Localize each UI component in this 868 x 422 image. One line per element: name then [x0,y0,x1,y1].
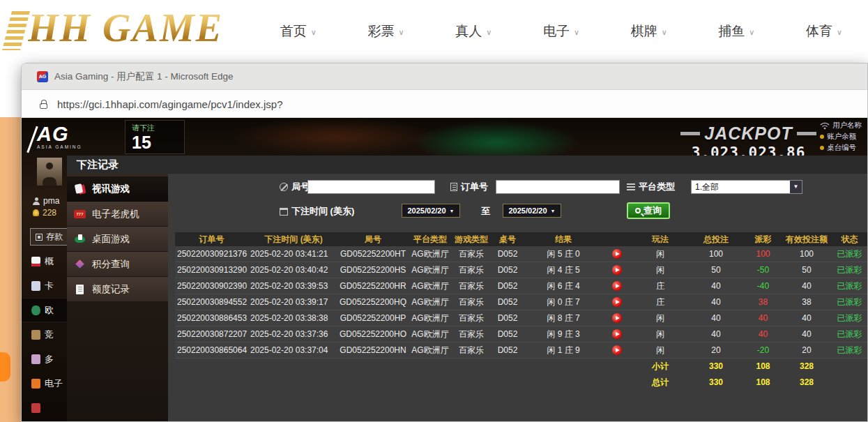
tab-视讯游戏[interactable]: 视讯游戏 [67,176,168,202]
tab-桌面游戏[interactable]: 桌面游戏 [67,227,168,252]
round-input[interactable] [307,180,435,194]
nav-item-label: 首页 [280,22,307,40]
round-id: GD052252200HN [339,342,407,358]
total-label: 总计 [632,375,688,391]
window-titlebar[interactable]: AG Asia Gaming - 用户配置 1 - Microsoft Edge [22,63,867,90]
url-text: https://gci.1hhapi.com/agingame/pcv1/ind… [57,98,283,110]
play-side: 闲 [632,326,688,342]
play-icon[interactable] [612,281,622,291]
play-icon[interactable] [612,265,622,275]
platform-label-text: 平台类型 [639,181,675,193]
date-to-dropdown[interactable]: 2025/02/20 ▼ [503,204,561,218]
lobby-menu-item[interactable]: 电子 [22,371,67,395]
result: 闲 4 庄 5 [526,262,601,278]
empty-cell [601,359,632,375]
valid-bet: 40 [782,326,831,342]
game-type: 百家乐 [453,278,489,294]
replay-cell [601,326,632,342]
order-id: 250220030872207 [175,326,248,342]
search-button[interactable]: 查询 [627,202,670,219]
nav-item-体育[interactable]: 体育∨ [806,22,842,40]
menu-item-icon [31,330,40,340]
order-id: 250220030865064 [175,342,248,358]
table-number: D052 [489,326,526,342]
play-icon[interactable] [612,345,622,355]
lobby-menu-item[interactable] [22,395,67,420]
lobby-menu-item[interactable]: 欧 [22,298,67,322]
order-label-text: 订单号 [461,181,488,193]
play-icon[interactable] [612,297,622,307]
video-cards-icon [74,183,86,195]
date-from-dropdown[interactable]: 2025/02/20 ▼ [402,204,460,218]
nav-item-真人[interactable]: 真人∨ [455,22,492,40]
play-icon[interactable] [612,329,622,339]
nav-item-电子[interactable]: 电子∨ [543,22,579,40]
filters: 局号 订单号 平台类型 1.全部 ▼ [168,174,867,232]
platform-type: AG欧洲厅 [407,310,453,326]
table-row: 2502200308945522025-02-20 03:39:17GD0522… [175,294,867,310]
avatar[interactable] [37,158,62,186]
panel-titlebar: 下注记录 [67,156,867,174]
result: 闲 6 庄 4 [526,278,601,294]
lobby-menu-item[interactable]: 多 [22,347,67,371]
empty-cell [453,375,489,391]
nav-item-首页[interactable]: 首页∨ [280,22,317,40]
total-bet-sum: 330 [688,359,744,375]
total-valid-sum: 328 [782,375,831,391]
menu-item-label: 欧 [45,304,54,317]
bet-records-panel: 下注记录 视讯游戏电子老虎机桌面游戏积分查询额度记录 局号 订单号 [67,156,867,421]
address-bar[interactable]: https://gci.1hhapi.com/agingame/pcv1/ind… [22,91,867,118]
result: 闲 0 庄 7 [526,294,601,310]
tab-积分查询[interactable]: 积分查询 [67,252,168,277]
replay-cell [601,294,632,310]
bet-time: 2025-02-20 03:39:53 [248,278,339,294]
sidebar-username: pma [33,196,59,206]
payout: -40 [744,278,782,294]
play-icon[interactable] [612,313,622,323]
empty-cell [175,359,248,375]
nav-item-label: 体育 [806,22,832,40]
countdown-value: 15 [132,133,178,151]
total-bet-sum: 330 [688,375,744,391]
round-id: GD052252200HO [339,326,407,342]
lobby-menu-item[interactable]: 概 [22,249,67,273]
lobby-menu-item[interactable]: 竞 [22,322,67,347]
replay-cell [601,310,632,326]
logo-decoration [2,11,30,50]
play-icon[interactable] [612,249,622,259]
empty-cell [489,375,526,391]
table-number-icon [820,146,824,150]
order-input[interactable] [496,180,620,194]
bet-countdown: 请下注 15 [125,120,185,154]
nav-item-捕鱼[interactable]: 捕鱼∨ [718,22,754,40]
payout: -50 [744,262,782,278]
platform-select[interactable]: 1.全部 ▼ [691,180,802,194]
total-bet: 20 [688,342,744,358]
chevron-down-icon: ∨ [574,28,579,37]
nav-item-label: 彩票 [368,22,395,40]
to-label: 至 [481,205,490,218]
tab-额度记录[interactable]: 额度记录 [67,277,168,302]
platform-type: AG欧洲厅 [407,294,453,310]
panel-title: 下注记录 [77,158,119,170]
coin-icon [33,209,39,216]
user-icon [33,197,40,205]
select-caret-icon: ▼ [790,181,802,193]
sidebar-balance: 228 [33,208,56,218]
play-side: 闲 [632,246,688,262]
balance-value: 228 [43,208,56,218]
table-number: D052 [489,342,526,358]
lobby-menu-item[interactable]: 卡 [22,273,67,298]
deposit-label: 存款 [46,231,63,243]
side-widget-tab[interactable] [0,352,10,382]
nav-item-棋牌[interactable]: 棋牌∨ [631,22,667,40]
date-to-value: 2025/02/20 [509,206,547,215]
username-label: 用户名称 [832,121,862,130]
tab-label: 积分查询 [92,258,130,271]
deposit-button[interactable]: 存款 [30,228,68,246]
game-content: AG ASIA GAMING 请下注 15 JACKPOT 3,023,023.… [22,118,867,421]
screen: HH GAME 首页∨彩票∨真人∨电子∨棋牌∨捕鱼∨体育∨ AG Asia Ga… [0,0,868,422]
tab-电子老虎机[interactable]: 电子老虎机 [67,202,168,227]
valid-bet: 20 [782,342,831,358]
nav-item-彩票[interactable]: 彩票∨ [368,22,404,40]
